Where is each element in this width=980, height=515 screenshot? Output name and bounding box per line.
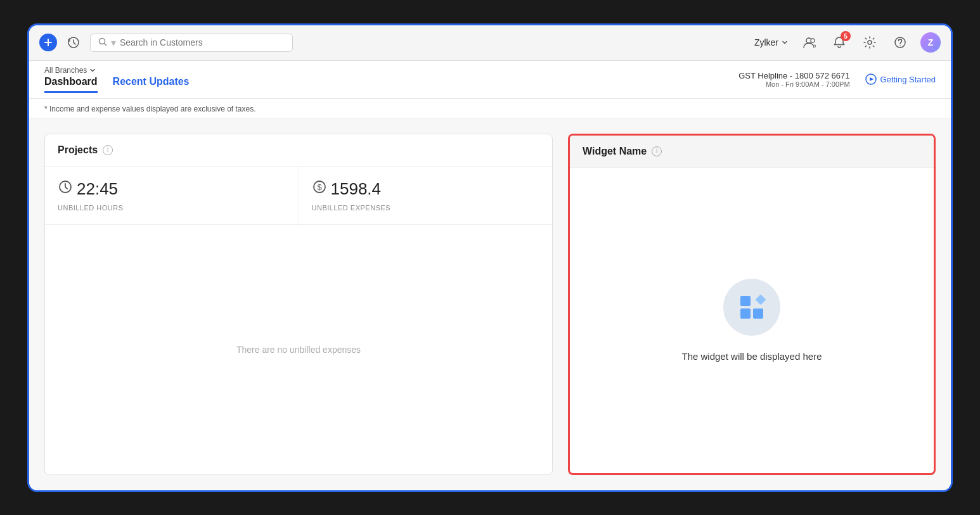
unbilled-expenses-value: $ 1598.4 — [312, 179, 540, 199]
tab-recent-updates[interactable]: Recent Updates — [113, 76, 190, 93]
search-icon — [98, 37, 107, 48]
notice-bar: * Income and expense values displayed ar… — [29, 99, 951, 118]
add-new-button[interactable] — [39, 34, 57, 51]
widget-grid-icon — [738, 293, 766, 321]
app-frame: ▾ Zylker — [27, 23, 953, 492]
unbilled-hours-cell: 22:45 UNBILLED HOURS — [45, 167, 299, 224]
widget-card: Widget Name i — [568, 134, 936, 475]
svg-rect-18 — [756, 295, 766, 305]
svg-point-7 — [868, 41, 872, 44]
svg-point-9 — [899, 45, 901, 46]
branches-label: All Branches — [44, 66, 87, 75]
gst-helpline-title: GST Helpline - 1800 572 6671 — [738, 71, 849, 80]
search-bar[interactable]: ▾ — [90, 34, 293, 52]
unbilled-hours-label: UNBILLED HOURS — [58, 204, 286, 212]
tab-dashboard[interactable]: Dashboard — [44, 76, 98, 93]
notifications-button[interactable]: 5 — [829, 32, 849, 53]
unbilled-expenses-cell: $ 1598.4 UNBILLED EXPENSES — [299, 167, 553, 224]
org-name: Zylker — [754, 37, 778, 48]
nav-right: Zylker 5 — [754, 32, 941, 53]
projects-card: Projects i 22:45 UNBILLED HOURS — [44, 134, 553, 475]
widget-title: Widget Name — [583, 146, 647, 157]
history-button[interactable] — [65, 34, 82, 51]
notification-badge: 5 — [841, 31, 851, 41]
contacts-button[interactable] — [799, 32, 819, 53]
unbilled-expenses-label: UNBILLED EXPENSES — [312, 204, 540, 212]
projects-card-header: Projects i — [45, 134, 552, 167]
dollar-icon: $ — [312, 179, 327, 198]
subheader: All Branches Dashboard Recent Updates GS… — [29, 61, 951, 99]
widget-message: The widget will be displayed here — [682, 351, 822, 362]
main-content: Projects i 22:45 UNBILLED HOURS — [29, 118, 951, 490]
navbar: ▾ Zylker — [29, 25, 951, 61]
search-divider: ▾ — [111, 37, 116, 49]
unbilled-expenses-number: 1598.4 — [331, 179, 382, 199]
svg-marker-11 — [870, 77, 874, 81]
org-selector[interactable]: Zylker — [754, 37, 789, 48]
widget-info-icon[interactable]: i — [652, 146, 662, 156]
gst-info: GST Helpline - 1800 572 6671 Mon - Fri 9… — [738, 71, 849, 88]
svg-point-6 — [811, 39, 815, 42]
getting-started-button[interactable]: Getting Started — [865, 73, 936, 85]
projects-title: Projects — [58, 144, 98, 156]
tabs: Dashboard Recent Updates — [44, 76, 190, 93]
projects-empty-message: There are no unbilled expenses — [45, 225, 552, 474]
getting-started-label: Getting Started — [880, 75, 936, 84]
search-input[interactable] — [120, 37, 285, 48]
notice-text: * Income and expense values displayed ar… — [44, 105, 256, 113]
gst-hours: Mon - Fri 9:00AM - 7:00PM — [738, 80, 849, 88]
avatar[interactable]: Z — [920, 32, 941, 53]
avatar-image: Z — [920, 32, 941, 53]
widget-header: Widget Name i — [570, 136, 934, 168]
svg-rect-17 — [740, 296, 751, 306]
svg-line-4 — [105, 43, 106, 45]
projects-info-icon[interactable]: i — [103, 145, 113, 155]
subheader-right: GST Helpline - 1800 572 6671 Mon - Fri 9… — [738, 71, 936, 88]
widget-icon-circle — [723, 279, 780, 336]
help-button[interactable] — [890, 32, 910, 53]
svg-text:$: $ — [317, 182, 322, 192]
metrics-row: 22:45 UNBILLED HOURS $ 1598.4 — [45, 167, 552, 225]
clock-icon — [58, 179, 73, 198]
unbilled-hours-number: 22:45 — [77, 179, 118, 199]
svg-rect-16 — [753, 308, 763, 319]
settings-button[interactable] — [860, 32, 880, 53]
branches-selector[interactable]: All Branches — [44, 66, 190, 75]
unbilled-hours-value: 22:45 — [58, 179, 286, 199]
svg-rect-15 — [740, 308, 751, 319]
widget-body: The widget will be displayed here — [570, 168, 934, 473]
subheader-left: All Branches Dashboard Recent Updates — [44, 66, 190, 93]
